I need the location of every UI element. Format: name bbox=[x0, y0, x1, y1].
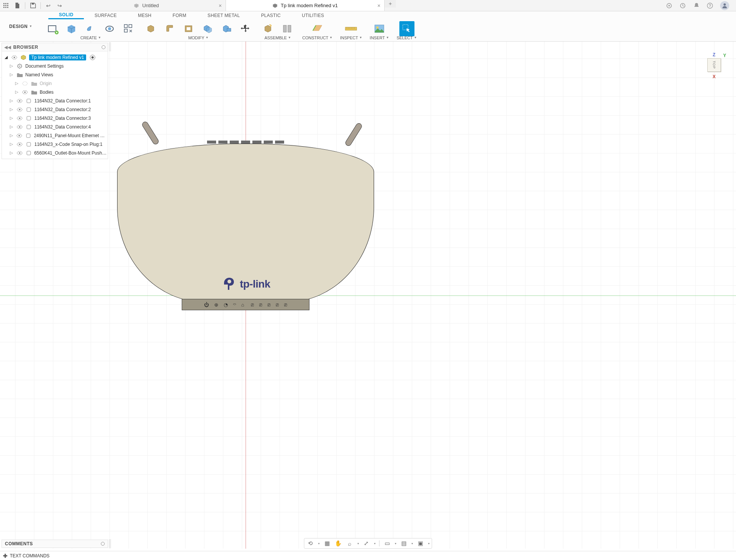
visibility-icon[interactable] bbox=[16, 116, 23, 121]
activate-icon[interactable] bbox=[90, 55, 95, 60]
visibility-icon[interactable] bbox=[16, 124, 23, 130]
tree-item[interactable]: ▷1164N32_Data Connector:4 bbox=[2, 122, 108, 131]
tree-item[interactable]: ▷ Bodies bbox=[2, 88, 108, 96]
visibility-icon[interactable] bbox=[22, 90, 28, 95]
redo-icon[interactable]: ↪︎ bbox=[56, 2, 63, 9]
tool-revolve[interactable] bbox=[102, 21, 117, 36]
viewcube-face[interactable]: TOP bbox=[707, 58, 721, 72]
tool-align[interactable] bbox=[219, 21, 234, 36]
nav-viewport-icon[interactable]: ▣ bbox=[417, 540, 424, 547]
close-icon[interactable]: × bbox=[377, 3, 380, 9]
expand-icon[interactable]: ▷ bbox=[9, 63, 14, 68]
tab-utilities[interactable]: UTILITIES bbox=[291, 12, 335, 19]
visibility-icon[interactable] bbox=[16, 107, 23, 112]
expand-icon[interactable]: ▷ bbox=[9, 107, 14, 112]
tree-item[interactable]: ▷1164N23_x-Code Snap-on Plug:1 bbox=[2, 140, 108, 149]
save-icon[interactable] bbox=[29, 2, 37, 9]
job-status-icon[interactable] bbox=[679, 2, 686, 9]
tool-pattern[interactable] bbox=[121, 21, 136, 36]
folder-icon bbox=[16, 72, 23, 78]
viewcube[interactable]: Z Y TOP X bbox=[707, 52, 721, 79]
user-avatar[interactable] bbox=[720, 1, 729, 10]
text-commands-bar[interactable]: ✚ TEXT COMMANDS bbox=[0, 551, 736, 560]
expand-icon[interactable]: ▷ bbox=[9, 150, 14, 155]
nav-grid-icon[interactable]: ▤ bbox=[400, 540, 408, 547]
tool-combine[interactable] bbox=[200, 21, 215, 36]
tab-surface[interactable]: SURFACE bbox=[84, 12, 127, 19]
expand-icon[interactable]: ◢ bbox=[3, 55, 9, 60]
tab-mesh[interactable]: MESH bbox=[127, 12, 162, 19]
workspace-switcher[interactable]: DESIGN▼ bbox=[0, 11, 42, 41]
tree-item[interactable]: ▷1164N32_Data Connector:3 bbox=[2, 114, 108, 122]
tool-move[interactable] bbox=[238, 21, 253, 36]
visibility-icon[interactable] bbox=[16, 150, 23, 156]
nav-lookAt-icon[interactable]: ▦ bbox=[323, 540, 331, 547]
tool-plane[interactable] bbox=[310, 21, 325, 36]
panel-resize-handle[interactable] bbox=[109, 540, 111, 548]
tool-sketch[interactable] bbox=[45, 21, 60, 36]
svg-rect-5 bbox=[7, 5, 8, 6]
tab-form[interactable]: FORM bbox=[162, 12, 197, 19]
tool-shell[interactable] bbox=[181, 21, 196, 36]
tool-insert[interactable] bbox=[372, 21, 387, 36]
model-view[interactable]: tp-link ⏻ ⊕ ◔ ⌔ ⌂ ⎚ ⎚ ⎚ ⎚ ⎚ bbox=[117, 117, 374, 302]
expand-icon[interactable]: ▷ bbox=[14, 81, 19, 86]
undo-icon[interactable]: ↩︎ bbox=[45, 2, 52, 9]
tree-item[interactable]: ▷2490N11_Panel-Mount Ethernet Co... bbox=[2, 131, 108, 140]
tab-solid[interactable]: SOLID bbox=[48, 11, 84, 19]
collapse-icon[interactable]: ◀◀ bbox=[4, 45, 11, 50]
expand-icon[interactable]: ▷ bbox=[9, 72, 14, 77]
tree-item[interactable]: ▷ Document Settings bbox=[2, 62, 108, 70]
tool-new-component[interactable] bbox=[261, 21, 276, 36]
tab-plastic[interactable]: PLASTIC bbox=[250, 12, 291, 19]
nav-pan-icon[interactable]: ✋ bbox=[335, 540, 342, 547]
nav-display-icon[interactable]: ▭ bbox=[383, 540, 391, 547]
comments-panel[interactable]: COMMENTS bbox=[2, 540, 108, 548]
expand-icon[interactable]: ▷ bbox=[9, 124, 14, 129]
group-insert: INSERT▼ bbox=[366, 20, 393, 41]
visibility-icon[interactable] bbox=[22, 81, 28, 86]
comments-options-icon[interactable] bbox=[101, 542, 105, 546]
notifications-icon[interactable] bbox=[693, 2, 700, 9]
canvas[interactable]: tp-link ⏻ ⊕ ◔ ⌔ ⌂ ⎚ ⎚ ⎚ ⎚ ⎚ bbox=[0, 42, 736, 549]
tool-measure[interactable] bbox=[343, 21, 359, 36]
expand-icon[interactable]: ▷ bbox=[9, 133, 14, 138]
tool-select[interactable] bbox=[399, 21, 414, 36]
expand-icon[interactable]: ▷ bbox=[9, 116, 14, 121]
file-menu-icon[interactable] bbox=[14, 2, 21, 9]
browser-header[interactable]: ◀◀ BROWSER bbox=[2, 43, 108, 51]
doc-tab-tplink[interactable]: Tp link modem Refined v1 × bbox=[226, 0, 385, 11]
add-tab-button[interactable]: ＋ bbox=[385, 0, 396, 8]
expand-icon[interactable]: ▷ bbox=[14, 90, 19, 94]
extensions-icon[interactable] bbox=[666, 2, 673, 9]
expand-icon[interactable]: ▷ bbox=[9, 142, 14, 147]
svg-point-33 bbox=[14, 57, 15, 58]
tree-item[interactable]: ▷ Origin bbox=[2, 79, 108, 88]
expand-icon[interactable]: ✚ bbox=[3, 553, 8, 559]
close-icon[interactable]: × bbox=[219, 3, 222, 9]
tab-sheetmetal[interactable]: SHEET METAL bbox=[197, 12, 250, 19]
doc-tab-untitled[interactable]: Untitled × bbox=[67, 0, 226, 11]
visibility-icon[interactable] bbox=[11, 55, 18, 60]
nav-fit-icon[interactable]: ⤢ bbox=[363, 540, 370, 547]
app-grid-icon[interactable] bbox=[2, 2, 10, 9]
tool-box[interactable] bbox=[64, 21, 79, 36]
visibility-icon[interactable] bbox=[16, 133, 23, 138]
tree-item[interactable]: ▷6560K41_Outlet-Box-Mount Push-t... bbox=[2, 149, 108, 157]
nav-orbit-icon[interactable]: ⟲ bbox=[307, 540, 314, 547]
panel-resize-handle[interactable] bbox=[109, 43, 111, 51]
browser-options-icon[interactable] bbox=[102, 45, 105, 49]
tool-fillet[interactable] bbox=[162, 21, 178, 36]
nav-zoom-icon[interactable]: ⌕ bbox=[346, 540, 354, 547]
tree-item[interactable]: ▷1164N32_Data Connector:1 bbox=[2, 96, 108, 105]
expand-icon[interactable]: ▷ bbox=[9, 98, 14, 103]
tree-item[interactable]: ▷ Named Views bbox=[2, 70, 108, 79]
visibility-icon[interactable] bbox=[16, 142, 23, 147]
tree-root[interactable]: ◢ Tp link modem Refined v1 bbox=[2, 53, 108, 62]
help-icon[interactable]: ? bbox=[707, 2, 713, 9]
tool-extrude[interactable] bbox=[83, 21, 98, 36]
tool-presspull[interactable] bbox=[144, 21, 159, 36]
tool-joint[interactable] bbox=[280, 21, 295, 36]
visibility-icon[interactable] bbox=[16, 98, 23, 104]
tree-item[interactable]: ▷1164N32_Data Connector:2 bbox=[2, 105, 108, 114]
